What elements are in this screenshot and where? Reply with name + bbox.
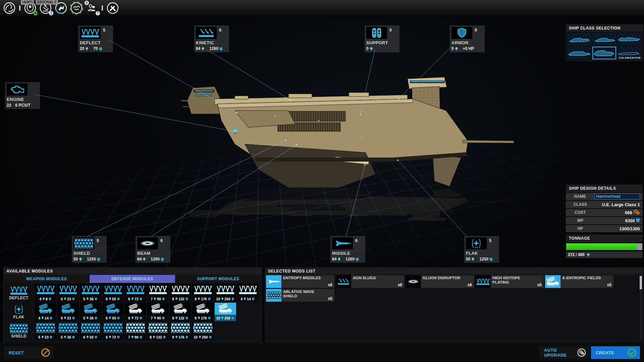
selected-mod-item[interactable]: GLUON DISRUPTOR x6 — [406, 275, 474, 288]
production-icon — [154, 297, 156, 301]
power-icon — [185, 316, 188, 320]
module-tile[interactable]: 48 — [35, 284, 56, 302]
callout-kinetic[interactable]: 6 KINETIC 841260 — [194, 25, 229, 52]
module-row-flak: FLAK 414 523 536 650 672 790 8132 9176 — [4, 303, 261, 321]
ship-class-thumb-3[interactable] — [617, 33, 641, 46]
module-tile[interactable]: 650 — [80, 322, 101, 340]
callout-shield[interactable]: 5 SHIELD 501250 — [72, 236, 107, 263]
deflect-icon — [147, 284, 169, 296]
tab-defense-modules[interactable]: DEFENSE MODULES — [90, 275, 175, 283]
mod-count: x6 — [328, 283, 332, 287]
production-icon — [221, 316, 224, 320]
module-tile[interactable]: 790 — [147, 284, 169, 302]
module-tile[interactable]: 523 — [57, 303, 79, 321]
module-tile[interactable]: 650 — [102, 303, 124, 321]
selected-mod-item[interactable]: HIGH ISOTOPE PLATING x5 — [475, 275, 544, 288]
gears-icon — [633, 209, 640, 216]
trade-handshake-icon[interactable] — [70, 1, 83, 15]
power-icon — [49, 297, 51, 301]
callout-support[interactable]: 0 SUPPORT 0 — [365, 25, 399, 52]
module-tile[interactable]: 9176 — [170, 322, 191, 340]
module-tile[interactable]: 672 — [125, 284, 146, 302]
module-tile[interactable]: 10250 — [192, 322, 214, 340]
production-icon — [175, 335, 178, 339]
production-icon — [471, 257, 475, 261]
detail-row-hp: HP 1300/1300 — [566, 225, 643, 232]
callout-flak[interactable]: 5 FLAK 501250 — [464, 236, 499, 263]
selected-mod-item[interactable]: ABLATIVE WAVE SHIELD x5 — [266, 289, 334, 302]
galaxy-icon[interactable] — [3, 1, 16, 15]
population-icon[interactable]: 0 7 — [85, 1, 99, 15]
tab-support-modules[interactable]: SUPPORT MODULES — [175, 275, 261, 283]
ship-class-thumb-1[interactable] — [568, 33, 591, 46]
power-icon — [72, 335, 75, 339]
power-icon — [208, 297, 211, 301]
ship-class-thumb-colonization[interactable]: COLONIZATION — [617, 47, 641, 59]
shield-hex-icon — [147, 322, 169, 334]
deflect-icon — [80, 284, 101, 296]
confirm-check-icon — [627, 348, 637, 357]
module-tile[interactable]: 8132 — [147, 322, 169, 340]
module-tile[interactable]: 790 — [147, 303, 169, 321]
module-tile[interactable]: 672 — [102, 322, 124, 340]
flak-truck-icon — [125, 303, 146, 315]
module-tile[interactable]: 8132 — [170, 303, 191, 321]
module-tile[interactable]: 10250 — [215, 284, 236, 302]
flak-truck-icon — [170, 303, 191, 315]
mods-scrollbar[interactable] — [640, 276, 642, 340]
module-tile[interactable]: 672 — [125, 303, 146, 321]
production-icon — [175, 316, 178, 320]
create-button[interactable]: CREATE — [591, 346, 640, 359]
production-icon — [244, 297, 246, 301]
module-tile[interactable]: 523 — [35, 322, 56, 340]
selected-mod-item[interactable]: ENTROPY MISSILES x6 — [266, 275, 334, 288]
module-tile[interactable]: 10250 — [215, 303, 236, 321]
selected-mod-item[interactable]: AGN SLUGS x6 — [336, 275, 404, 288]
module-tile[interactable]: 9176 — [192, 284, 214, 302]
callout-armor[interactable]: 0 ARMOR 0+0 HP — [450, 25, 485, 52]
module-tile[interactable]: 536 — [80, 284, 101, 302]
tab-weapon-modules[interactable]: WEAPON MODULES — [4, 275, 89, 283]
module-tile[interactable]: 536 — [80, 303, 101, 321]
ship-class-thumb-4[interactable] — [568, 47, 591, 59]
ship-class-thumb-5[interactable] — [592, 47, 616, 59]
mods-scrollbar-thumb[interactable] — [640, 276, 642, 289]
callout-label: DEFLECT — [80, 40, 111, 45]
callout-engine[interactable]: ENGINE 226 PCS/T — [5, 82, 40, 109]
auto-upgrade-button[interactable]: AUTO UPGRADE — [539, 346, 590, 359]
module-row-shield: SHIELD 523 536 650 672 790 8132 9176 102… — [4, 322, 261, 340]
module-row-label: FLAK — [4, 303, 34, 321]
power-icon — [163, 335, 166, 339]
module-tile[interactable]: 9176 — [192, 303, 214, 321]
production-icon — [455, 47, 458, 51]
module-tile[interactable]: 8132 — [170, 284, 191, 302]
production-icon — [85, 47, 89, 51]
shield-hex-icon — [125, 322, 146, 334]
module-tile[interactable]: 414 — [35, 303, 56, 321]
ship-design-details-panel: SHIP DESIGN DETAILS NAME CLASS U.E. Larg… — [566, 185, 643, 232]
support-icon — [366, 27, 387, 39]
callout-missile[interactable]: 6 MISSILE 841260 — [330, 236, 365, 263]
shield-hex-icon — [192, 322, 214, 334]
deflect-icon — [237, 284, 259, 296]
module-tile[interactable]: 790 — [125, 322, 146, 340]
shield-hex-icon — [10, 323, 28, 334]
callout-beam[interactable]: 6 BEAM 841260 — [136, 236, 170, 263]
selected-mod-item[interactable]: A-ENTROPIC FIELDS x5 — [545, 275, 613, 288]
production-icon — [109, 297, 111, 301]
power-icon — [185, 297, 188, 301]
module-tile[interactable]: 523 — [57, 284, 79, 302]
module-tile[interactable]: 650 — [102, 284, 124, 302]
production-icon — [154, 316, 156, 320]
ship-design-tools-icon[interactable] — [106, 1, 119, 15]
mod-count: x5 — [537, 283, 542, 287]
ship-name-input[interactable] — [594, 193, 640, 199]
reset-button[interactable]: RESET — [4, 346, 54, 359]
ship-3d-view[interactable] — [174, 70, 517, 228]
ship-class-thumb-2[interactable] — [592, 33, 616, 46]
ship-class-selection-panel: SHIP CLASS SELECTION COLONIZATION — [566, 24, 643, 61]
module-tile[interactable]: 536 — [57, 322, 79, 340]
production-icon — [201, 47, 205, 51]
module-tile[interactable]: 414 — [237, 284, 259, 302]
callout-deflect[interactable]: 5 DEFLECT 2070 — [78, 25, 113, 52]
